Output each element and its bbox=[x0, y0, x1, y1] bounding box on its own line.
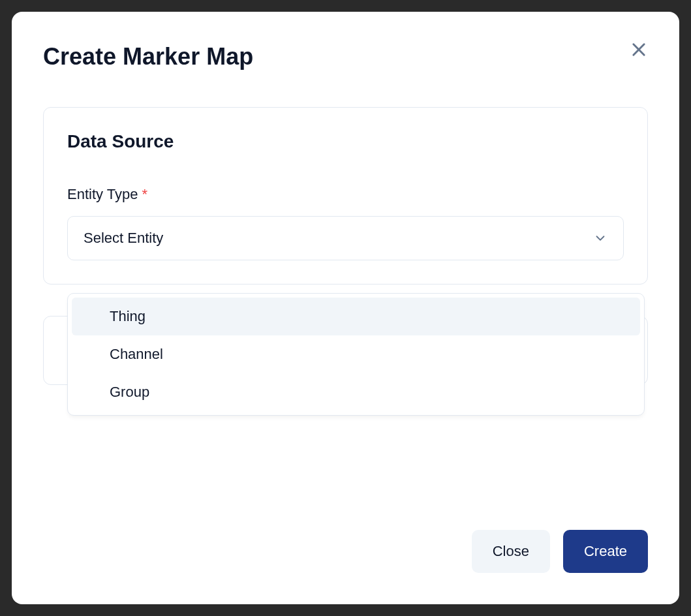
close-button[interactable]: Close bbox=[472, 530, 550, 573]
close-icon[interactable] bbox=[630, 40, 648, 59]
chevron-down-icon bbox=[593, 231, 607, 245]
modal-title: Create Marker Map bbox=[43, 43, 648, 70]
data-source-title: Data Source bbox=[67, 131, 624, 152]
modal-footer: Close Create bbox=[472, 530, 648, 573]
dropdown-option-group[interactable]: Group bbox=[72, 373, 640, 411]
dropdown-option-thing[interactable]: Thing bbox=[72, 298, 640, 335]
entity-type-select[interactable]: Select Entity bbox=[67, 216, 624, 260]
required-asterisk: * bbox=[142, 186, 148, 202]
create-marker-map-modal: Create Marker Map Data Source Entity Typ… bbox=[12, 12, 679, 604]
entity-type-label-text: Entity Type bbox=[67, 186, 138, 202]
create-button[interactable]: Create bbox=[563, 530, 648, 573]
dropdown-option-channel[interactable]: Channel bbox=[72, 335, 640, 373]
entity-type-label: Entity Type * bbox=[67, 186, 624, 203]
entity-type-placeholder: Select Entity bbox=[84, 230, 163, 247]
entity-type-dropdown: Thing Channel Group bbox=[67, 293, 645, 416]
data-source-card: Data Source Entity Type * Select Entity … bbox=[43, 107, 648, 285]
